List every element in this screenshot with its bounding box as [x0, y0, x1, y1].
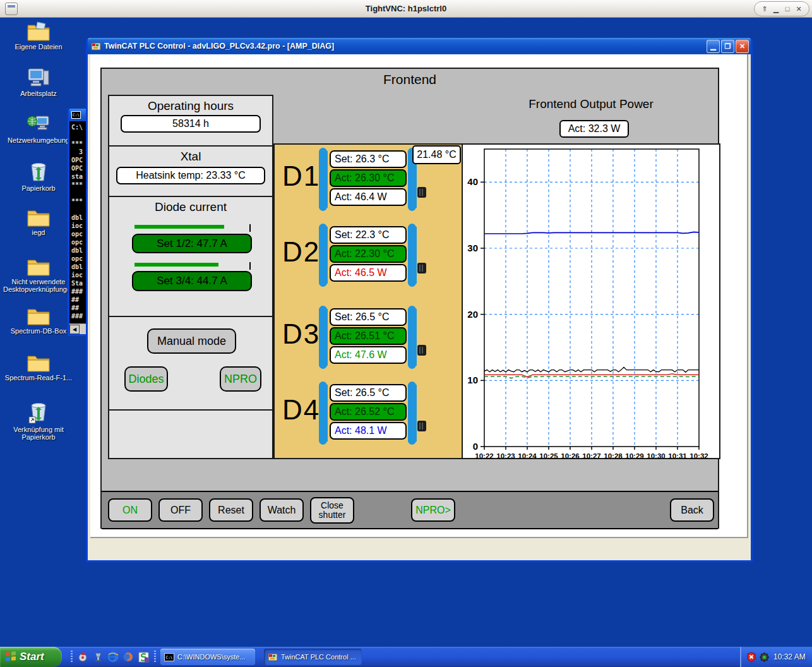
diode-row: D4 Set: 26.5 °C Act: 26.52 °C Act: 48.1 … — [275, 382, 463, 447]
close-icon[interactable]: ✕ — [736, 40, 749, 53]
app-titlebar[interactable]: TwinCAT PLC Control - advLIGO_PLCv3.42.p… — [88, 38, 751, 54]
app-title: TwinCAT PLC Control - advLIGO_PLCv3.42.p… — [104, 42, 705, 51]
xtal-section: Xtal Heatsink temp: 23.33 °C — [109, 147, 272, 197]
reset-button[interactable]: Reset — [209, 498, 253, 522]
diode-act-temp: Act: 26.51 °C — [330, 327, 407, 345]
twincat-tray-icon[interactable] — [759, 652, 770, 663]
set-current-34-button[interactable]: Set 3/4: 44.7 A — [132, 271, 252, 291]
desktop-icon-label: Papierkorb — [3, 184, 74, 192]
start-label: Start — [20, 651, 44, 663]
amplifier-temp-value: 21.48 °C — [412, 145, 461, 164]
on-button[interactable]: ON — [108, 498, 152, 522]
operating-hours-section: Operating hours 58314 h — [109, 96, 272, 147]
set-current-12-button[interactable]: Set 1/2: 47.7 A — [132, 234, 252, 253]
desktop-icon-label: Nicht verwendete Desktopverknüpfungen — [3, 278, 74, 293]
panel-title: Frontend — [102, 72, 718, 87]
desktop-icon-arbeitsplatz[interactable]: Arbeitsplatz — [3, 67, 74, 97]
diode-set-temp[interactable]: Set: 26.3 °C — [330, 150, 407, 168]
quicklaunch-icon-1[interactable] — [76, 649, 90, 664]
close-shutter-button[interactable]: Close shutter — [310, 497, 354, 524]
svg-text:10:26: 10:26 — [561, 452, 579, 460]
empty-section — [109, 411, 272, 458]
security-alert-icon[interactable] — [746, 652, 756, 663]
clock: 10:32 AM — [773, 652, 806, 661]
diode-label: D4 — [282, 394, 320, 426]
plc-visualization: Frontend Operating hours 58314 h Xtal He… — [90, 54, 748, 538]
diode-current-heading: Diode current — [109, 197, 272, 214]
diode-current-bar-12 — [134, 225, 249, 229]
twincat-app-icon — [91, 41, 101, 51]
diode-module: Set: 26.5 °C Act: 26.52 °C Act: 48.1 W — [319, 382, 427, 445]
task-twincat-button[interactable]: TwinCAT PLC Control ... — [264, 649, 362, 665]
xtal-heading: Xtal — [109, 147, 272, 164]
desktop-icon-verknuepfung-papierkorb[interactable]: Verknüpfung mit Papierkorb — [3, 400, 74, 441]
desktop-icon-label: Spectrum-Read-F-1... — [3, 374, 74, 382]
scroll-left-icon[interactable]: ◀ — [69, 325, 80, 334]
recycle-bin-shortcut-icon — [3, 400, 74, 424]
diode-set-temp[interactable]: Set: 22.3 °C — [330, 226, 407, 244]
minimize-icon[interactable]: ▁ — [771, 4, 781, 14]
vnc-titlebar: TightVNC: h1pslctrl0 ⇑ ▁ □ ✕ — [0, 0, 812, 18]
diode-row: D2 Set: 22.3 °C Act: 22.30 °C Act: 46.5 … — [275, 224, 463, 289]
diode-mount-bar — [319, 309, 328, 366]
quicklaunch-icon-2[interactable] — [91, 649, 105, 664]
desktop-icon-iegd[interactable]: iegd — [3, 208, 74, 236]
computer-icon — [3, 67, 74, 88]
folder-icon — [3, 307, 74, 326]
desktop-icon-label: Arbeitsplatz — [3, 90, 74, 97]
console-icon: C:\ — [71, 111, 81, 119]
desktop-icon-netzwerkumgebung[interactable]: Netzwerkumgebung — [3, 114, 74, 144]
diode-act-power: Act: 46.4 W — [330, 188, 407, 206]
back-button[interactable]: Back — [670, 498, 714, 522]
diode-connector-icon — [417, 263, 426, 273]
diode-set-temp[interactable]: Set: 26.5 °C — [330, 384, 407, 402]
restore-icon[interactable]: ❐ — [721, 40, 734, 53]
diode-label: D1 — [282, 160, 320, 192]
diode-module: Set: 26.5 °C Act: 26.51 °C Act: 47.6 W — [319, 306, 427, 369]
diode-act-temp: Act: 26.52 °C — [330, 403, 407, 421]
output-power-chart: 10:2210:2310:2410:2510:2610:2710:2810:29… — [462, 143, 720, 459]
operating-hours-value: 58314 h — [121, 115, 261, 133]
npro-button[interactable]: NPRO — [220, 366, 261, 392]
svg-text:10:30: 10:30 — [647, 452, 665, 460]
frontend-panel: Frontend Operating hours 58314 h Xtal He… — [100, 68, 719, 529]
manual-mode-button[interactable]: Manual mode — [147, 328, 236, 354]
off-button[interactable]: OFF — [158, 498, 203, 522]
diode-label: D2 — [282, 236, 320, 268]
network-icon — [3, 114, 74, 135]
diode-mount-bar — [408, 385, 417, 442]
task-label: TwinCAT PLC Control ... — [281, 653, 356, 661]
quicklaunch-firefox-icon[interactable] — [121, 649, 135, 664]
desktop-icon-spectrum-db-box[interactable]: Spectrum-DB-Box — [3, 307, 74, 335]
desktop-icon-papierkorb[interactable]: Papierkorb — [3, 160, 74, 192]
folder-icon — [3, 258, 74, 277]
diode-row: D3 Set: 26.5 °C Act: 26.51 °C Act: 47.6 … — [275, 306, 463, 371]
desktop-icon-nicht-verwendete[interactable]: Nicht verwendete Desktopverknüpfungen — [3, 258, 74, 293]
left-column: Operating hours 58314 h Xtal Heatsink te… — [108, 95, 273, 459]
maximize-icon[interactable]: □ — [782, 4, 792, 14]
diode-set-temp[interactable]: Set: 26.5 °C — [330, 308, 407, 326]
system-tray: 10:32 AM — [740, 647, 812, 667]
minimize-icon[interactable]: ▁ — [707, 40, 720, 53]
desktop-icon-eigene-dateien[interactable]: Eigene Dateien — [3, 21, 74, 51]
quicklaunch-ie-icon[interactable] — [106, 649, 120, 664]
desktop-icon-label: Verknüpfung mit Papierkorb — [3, 426, 74, 441]
heatsink-temp-value: Heatsink temp: 23.33 °C — [116, 167, 265, 184]
shade-icon[interactable]: ⇑ — [760, 4, 770, 14]
folder-icon — [3, 208, 74, 227]
diodes-button[interactable]: Diodes — [124, 366, 168, 392]
recycle-bin-icon — [3, 160, 74, 183]
quicklaunch-spectrum-icon[interactable] — [136, 649, 150, 664]
npro-nav-button[interactable]: NPRO> — [411, 498, 455, 522]
start-button[interactable]: Start — [0, 647, 62, 667]
diode-mount-bar — [408, 309, 417, 366]
desktop-icon-label: Netzwerkumgebung — [3, 136, 74, 144]
close-icon[interactable]: ✕ — [794, 4, 804, 14]
watch-button[interactable]: Watch — [260, 498, 304, 522]
desktop-icon-spectrum-read[interactable]: Spectrum-Read-F-1... — [3, 354, 74, 382]
svg-text:30: 30 — [467, 243, 478, 253]
task-console-button[interactable]: C:\ C:\WINDOWS\syste... — [160, 649, 255, 665]
diode-module: Set: 22.3 °C Act: 22.30 °C Act: 46.5 W — [319, 224, 427, 287]
operating-hours-heading: Operating hours — [109, 96, 272, 113]
vnc-title: TightVNC: h1pslctrl0 — [0, 4, 812, 13]
